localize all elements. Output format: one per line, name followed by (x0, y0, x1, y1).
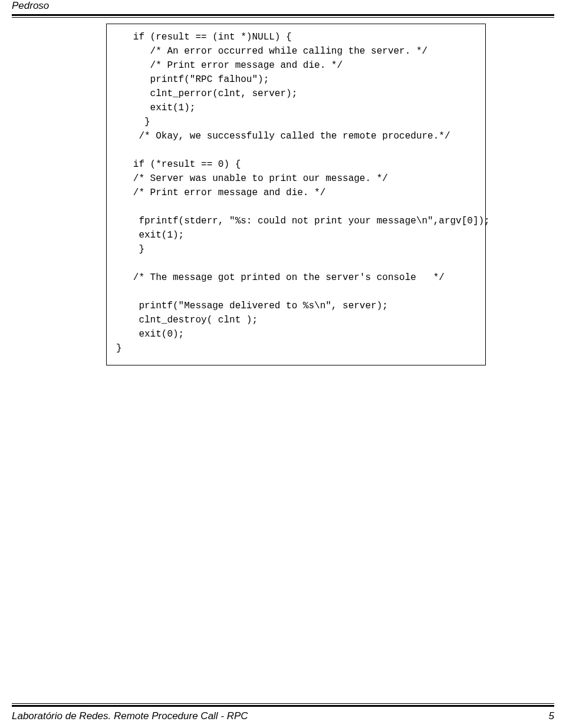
header-author: Pedroso (12, 0, 554, 13)
code-listing: if (result == (int *)NULL) { /* An error… (106, 24, 486, 365)
page-footer: Laboratório de Redes. Remote Procedure C… (0, 703, 566, 722)
page-header: Pedroso (0, 0, 566, 18)
footer-text: Laboratório de Redes. Remote Procedure C… (12, 710, 248, 722)
page-number: 5 (549, 710, 554, 722)
code-content: if (result == (int *)NULL) { /* An error… (116, 32, 490, 354)
header-rule-thick (12, 14, 554, 16)
footer-rule-thick (12, 705, 554, 707)
header-rule-thin (12, 17, 554, 18)
footer-rule-thin (12, 703, 554, 704)
